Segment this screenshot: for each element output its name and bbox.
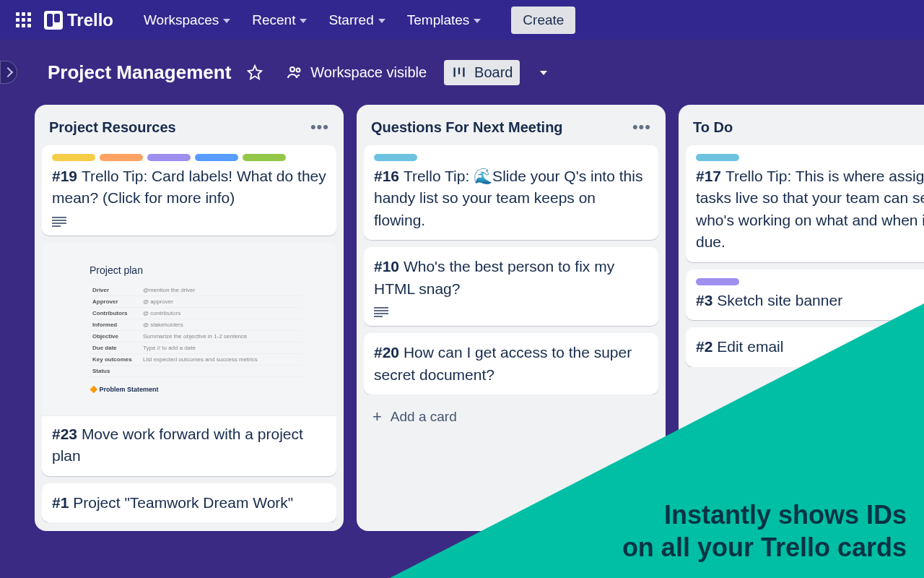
label-orange[interactable]: [100, 154, 143, 161]
top-navbar: Trello Workspaces Recent Starred Templat…: [0, 0, 924, 40]
board-title[interactable]: Project Management: [48, 61, 231, 84]
sidebar-expand-handle[interactable]: [0, 61, 17, 84]
chevron-down-icon: [300, 19, 307, 23]
list-title[interactable]: Project Resources: [49, 119, 176, 136]
view-options-dropdown[interactable]: [530, 59, 557, 86]
label-teal[interactable]: [374, 154, 417, 161]
apps-switcher-icon[interactable]: [12, 8, 35, 32]
people-icon: [286, 64, 303, 81]
board-icon: [451, 64, 467, 80]
svg-point-0: [290, 67, 295, 72]
nav-workspaces[interactable]: Workspaces: [135, 8, 239, 33]
list-title[interactable]: Questions For Next Meeting: [371, 119, 563, 136]
promo-overlay-text: Instantly shows IDs on all your Trello c…: [622, 499, 907, 564]
list-menu-button[interactable]: •••: [632, 118, 651, 137]
card-title: #16 Trello Tip: 🌊Slide your Q's into thi…: [374, 165, 648, 231]
board-view-switcher[interactable]: Board: [444, 60, 520, 85]
label-teal[interactable]: [696, 154, 739, 161]
chevron-down-icon: [378, 19, 385, 23]
list: Project Resources•••#19 Trello Tip: Card…: [35, 105, 344, 531]
list-title[interactable]: To Do: [693, 119, 733, 136]
label-yellow[interactable]: [52, 154, 95, 161]
card-title: #23 Move work forward with a project pla…: [52, 423, 326, 467]
card-cover: Project planDriver@mention the driverApp…: [42, 243, 336, 416]
trello-logo-icon: [44, 11, 63, 30]
list-header: Questions For Next Meeting•••: [364, 115, 658, 145]
card-title: #10 Who's the best person to fix my HTML…: [374, 256, 648, 300]
trello-logo-text: Trello: [67, 10, 113, 30]
card-labels: [696, 154, 924, 161]
board-header: Project Management Workspace visible Boa…: [0, 40, 924, 105]
list-menu-button[interactable]: •••: [310, 118, 329, 137]
card-title: #1 Project "Teamwork Dream Work": [52, 492, 326, 514]
cards-container: #19 Trello Tip: Card labels! What do the…: [42, 145, 336, 522]
star-board-button[interactable]: [241, 59, 269, 86]
list-header: Project Resources•••: [42, 115, 336, 145]
description-icon: [52, 217, 66, 227]
chevron-down-icon: [223, 19, 230, 23]
top-nav-menu: Workspaces Recent Starred Templates: [135, 8, 489, 33]
chevron-down-icon: [540, 71, 547, 75]
card-labels: [696, 278, 924, 285]
card-title: #17 Trello Tip: This is where assigned t…: [696, 165, 924, 254]
card-title: #19 Trello Tip: Card labels! What do the…: [52, 165, 326, 210]
label-green[interactable]: [243, 154, 286, 161]
plus-icon: +: [372, 407, 382, 426]
svg-point-1: [297, 69, 300, 72]
workspace-visibility[interactable]: Workspace visible: [279, 59, 434, 85]
card[interactable]: Project planDriver@mention the driverApp…: [42, 243, 336, 476]
create-button[interactable]: Create: [511, 7, 575, 34]
card-labels: [374, 154, 648, 161]
description-icon: [374, 307, 388, 317]
chevron-down-icon: [474, 19, 481, 23]
card[interactable]: #1 Project "Teamwork Dream Work": [42, 483, 336, 522]
card[interactable]: #16 Trello Tip: 🌊Slide your Q's into thi…: [364, 145, 658, 240]
card[interactable]: #17 Trello Tip: This is where assigned t…: [686, 145, 924, 262]
list-header: To Do•••: [686, 115, 924, 145]
label-purple[interactable]: [147, 154, 191, 161]
card[interactable]: #19 Trello Tip: Card labels! What do the…: [42, 145, 336, 236]
card-labels: [52, 154, 326, 161]
label-purple2[interactable]: [696, 278, 739, 285]
nav-templates[interactable]: Templates: [398, 8, 490, 33]
nav-starred[interactable]: Starred: [320, 8, 393, 33]
label-blue[interactable]: [195, 154, 238, 161]
nav-recent[interactable]: Recent: [243, 8, 315, 33]
trello-logo[interactable]: Trello: [44, 10, 113, 30]
